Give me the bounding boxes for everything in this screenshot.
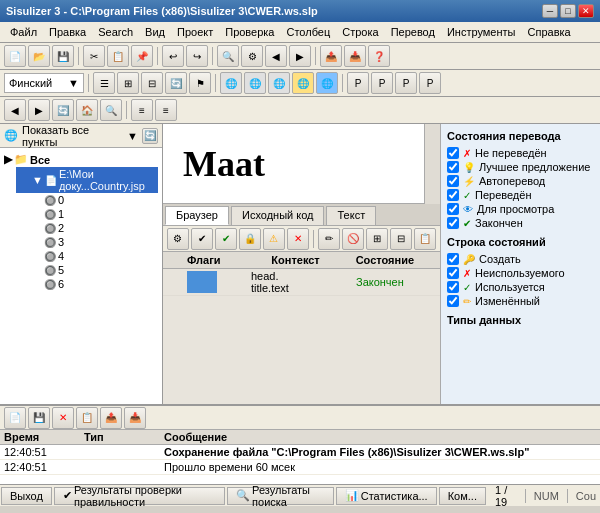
t1[interactable]: ≡ (131, 99, 153, 121)
forward-button[interactable]: ▶ (28, 99, 50, 121)
menu-check[interactable]: Проверка (219, 24, 280, 40)
tree-file[interactable]: ▼ 📄 E:\Мои доку...Country.jsp (16, 167, 158, 193)
log-btn5[interactable]: 📥 (124, 407, 146, 429)
state-translated[interactable]: ✓ Переведён (447, 188, 594, 202)
tree-item-4[interactable]: 🔘 4 (28, 249, 158, 263)
btn-g[interactable]: 🌐 (244, 72, 266, 94)
tree-root-all[interactable]: ▶ 📁 Все (4, 152, 158, 167)
state-auto-check[interactable] (447, 175, 459, 187)
tree-item-6[interactable]: 🔘 6 (28, 277, 158, 291)
state-best-check[interactable] (447, 161, 459, 173)
row-state-used-check[interactable] (447, 281, 459, 293)
btn-n[interactable]: P (419, 72, 441, 94)
row-state-changed[interactable]: ✏ Изменённый (447, 294, 594, 308)
mt-btn10[interactable]: ⊟ (390, 228, 412, 250)
btn-b[interactable]: ⊞ (117, 72, 139, 94)
row-state-unused[interactable]: ✗ Неиспользуемого (447, 266, 594, 280)
btn-d[interactable]: 🔄 (165, 72, 187, 94)
mt-btn4[interactable]: 🔒 (239, 228, 261, 250)
mt-btn11[interactable]: 📋 (414, 228, 436, 250)
row-state-changed-check[interactable] (447, 295, 459, 307)
row-state-unused-check[interactable] (447, 267, 459, 279)
export-button[interactable]: 📤 (320, 45, 342, 67)
state-not-translated-check[interactable] (447, 147, 459, 159)
copy-button[interactable]: 📋 (107, 45, 129, 67)
cut-button[interactable]: ✂ (83, 45, 105, 67)
btn-a[interactable]: ☰ (93, 72, 115, 94)
mt-btn8[interactable]: 🚫 (342, 228, 364, 250)
mt-btn5[interactable]: ⚠ (263, 228, 285, 250)
language-dropdown[interactable]: Финский ▼ (4, 73, 84, 93)
redo-button[interactable]: ↪ (186, 45, 208, 67)
close-button[interactable]: ✕ (578, 4, 594, 18)
mt-btn6[interactable]: ✕ (287, 228, 309, 250)
state-auto[interactable]: ⚡ Автоперевод (447, 174, 594, 188)
state-done[interactable]: ✔ Закончен (447, 216, 594, 230)
back-button[interactable]: ◀ (4, 99, 26, 121)
tree-item-3[interactable]: 🔘 3 (28, 235, 158, 249)
t2[interactable]: ≡ (155, 99, 177, 121)
maximize-button[interactable]: □ (560, 4, 576, 18)
row-state-used[interactable]: ✓ Используется (447, 280, 594, 294)
show-all-button[interactable]: Показать все пункты ▼ (22, 124, 138, 148)
btn-i[interactable]: 🌐 (292, 72, 314, 94)
tree-item-0[interactable]: 🔘 0 (28, 193, 158, 207)
paste-button[interactable]: 📌 (131, 45, 153, 67)
help-button[interactable]: ❓ (368, 45, 390, 67)
menu-help[interactable]: Справка (522, 24, 577, 40)
settings-button[interactable]: ⚙ (241, 45, 263, 67)
state-best[interactable]: 💡 Лучшее предложение (447, 160, 594, 174)
tree-item-5[interactable]: 🔘 5 (28, 263, 158, 277)
log-btn1[interactable]: 📄 (4, 407, 26, 429)
mt-btn3[interactable]: ✔ (215, 228, 237, 250)
log-btn4[interactable]: 📤 (100, 407, 122, 429)
btn-f[interactable]: 🌐 (220, 72, 242, 94)
find-button[interactable]: 🔍 (217, 45, 239, 67)
undo-button[interactable]: ↩ (162, 45, 184, 67)
menu-translate[interactable]: Перевод (385, 24, 441, 40)
play-button[interactable]: ▶ (289, 45, 311, 67)
zoom-button[interactable]: 🔍 (100, 99, 122, 121)
tab-text[interactable]: Текст (326, 206, 376, 225)
minimize-button[interactable]: ─ (542, 4, 558, 18)
state-translated-check[interactable] (447, 189, 459, 201)
com-tab[interactable]: Ком... (439, 487, 486, 505)
log-btn-delete[interactable]: ✕ (52, 407, 74, 429)
menu-tools[interactable]: Инструменты (441, 24, 522, 40)
btn-h[interactable]: 🌐 (268, 72, 290, 94)
state-not-translated[interactable]: ✗ Не переведён (447, 146, 594, 160)
table-row[interactable]: head.title.text Закончен (163, 269, 440, 296)
btn-e[interactable]: ⚑ (189, 72, 211, 94)
dropdown-arrow-icon[interactable]: ▼ (68, 77, 79, 89)
state-review-check[interactable] (447, 203, 459, 215)
log-btn2[interactable]: 💾 (28, 407, 50, 429)
state-done-check[interactable] (447, 217, 459, 229)
exit-button[interactable]: Выход (1, 487, 52, 505)
menu-column[interactable]: Столбец (281, 24, 337, 40)
menu-row[interactable]: Строка (336, 24, 384, 40)
tab-source[interactable]: Исходный код (231, 206, 325, 225)
menu-view[interactable]: Вид (139, 24, 171, 40)
open-button[interactable]: 📂 (28, 45, 50, 67)
menu-file[interactable]: Файл (4, 24, 43, 40)
row-state-create[interactable]: 🔑 Создать (447, 252, 594, 266)
btn-j[interactable]: 🌐 (316, 72, 338, 94)
refresh-button[interactable]: 🔄 (52, 99, 74, 121)
menu-project[interactable]: Проект (171, 24, 219, 40)
translation-scrollbar[interactable] (424, 124, 440, 204)
btn-k[interactable]: P (347, 72, 369, 94)
menu-edit[interactable]: Правка (43, 24, 92, 40)
new-button[interactable]: 📄 (4, 45, 26, 67)
mt-btn2[interactable]: ✔ (191, 228, 213, 250)
mt-btn9[interactable]: ⊞ (366, 228, 388, 250)
import-button[interactable]: 📥 (344, 45, 366, 67)
search-results-tab[interactable]: 🔍 Результаты поиска (227, 487, 334, 505)
mt-btn1[interactable]: ⚙ (167, 228, 189, 250)
menu-search[interactable]: Search (92, 24, 139, 40)
mt-btn7[interactable]: ✏ (318, 228, 340, 250)
tab-browser[interactable]: Браузер (165, 206, 229, 225)
log-btn3[interactable]: 📋 (76, 407, 98, 429)
stats-tab[interactable]: 📊 Статистика... (336, 487, 437, 505)
btn-m[interactable]: P (395, 72, 417, 94)
state-review[interactable]: 👁 Для просмотра (447, 202, 594, 216)
